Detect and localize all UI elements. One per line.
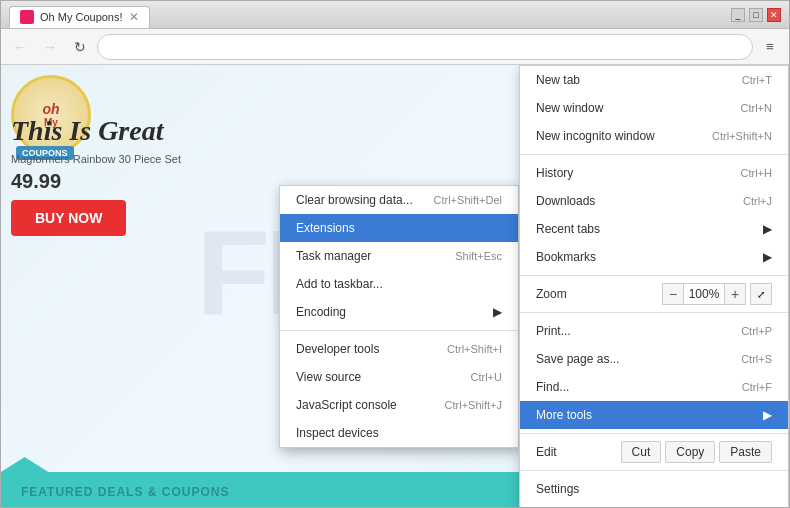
zoom-out-button[interactable]: − xyxy=(662,283,684,305)
page-content: FISLER oh My COUPONS This Is Great Magfo… xyxy=(1,65,789,507)
chrome-main-menu: New tab Ctrl+T New window Ctrl+N New inc… xyxy=(519,65,789,507)
menu-save-page[interactable]: Save page as... Ctrl+S xyxy=(520,345,788,373)
menu-sep-4 xyxy=(520,433,788,434)
chrome-menu-button[interactable]: ≡ xyxy=(757,34,783,60)
menu-sep-3 xyxy=(520,312,788,313)
menu-find[interactable]: Find... Ctrl+F xyxy=(520,373,788,401)
maximize-button[interactable]: □ xyxy=(749,8,763,22)
submenu-item-add-taskbar[interactable]: Add to taskbar... xyxy=(280,270,518,298)
menu-bookmarks[interactable]: Bookmarks ▶ xyxy=(520,243,788,271)
menu-edit-row: Edit Cut Copy Paste xyxy=(520,438,788,466)
submenu-item-js-console[interactable]: JavaScript console Ctrl+Shift+J xyxy=(280,391,518,419)
tab-title: Oh My Coupons! xyxy=(40,11,123,23)
menu-recent-tabs[interactable]: Recent tabs ▶ xyxy=(520,215,788,243)
tab-favicon xyxy=(20,10,34,24)
menu-history[interactable]: History Ctrl+H xyxy=(520,159,788,187)
product-price: 49.99 xyxy=(11,170,61,193)
submenu-item-extensions[interactable]: Extensions xyxy=(280,214,518,242)
main-headline: This Is Great xyxy=(11,115,163,147)
menu-zoom-row: Zoom − 100% + ⤢ xyxy=(520,280,788,308)
submenu-item-task-manager[interactable]: Task manager Shift+Esc xyxy=(280,242,518,270)
forward-button[interactable]: → xyxy=(37,34,63,60)
menu-downloads[interactable]: Downloads Ctrl+J xyxy=(520,187,788,215)
browser-window: Oh My Coupons! ✕ _ □ ✕ ← → ↻ ≡ FISLER o xyxy=(0,0,790,508)
buy-now-button[interactable]: BUY NOW xyxy=(11,200,126,236)
submenu-item-clear[interactable]: Clear browsing data... Ctrl+Shift+Del xyxy=(280,186,518,214)
menu-sep-2 xyxy=(520,275,788,276)
submenu-item-view-source[interactable]: View source Ctrl+U xyxy=(280,363,518,391)
nav-bar: ← → ↻ ≡ xyxy=(1,29,789,65)
menu-new-tab[interactable]: New tab Ctrl+T xyxy=(520,66,788,94)
title-bar: Oh My Coupons! ✕ _ □ ✕ xyxy=(1,1,789,29)
tab-bar: Oh My Coupons! ✕ xyxy=(9,2,723,28)
reload-button[interactable]: ↻ xyxy=(67,34,93,60)
back-button[interactable]: ← xyxy=(7,34,33,60)
menu-about[interactable]: About Google Chrome xyxy=(520,503,788,507)
product-subtitle: Magformers Rainbow 30 Piece Set xyxy=(11,153,181,165)
submenu-item-devtools[interactable]: Developer tools Ctrl+Shift+I xyxy=(280,335,518,363)
menu-sep-5 xyxy=(520,470,788,471)
zoom-value: 100% xyxy=(684,283,724,305)
paste-button[interactable]: Paste xyxy=(719,441,772,463)
window-controls: _ □ ✕ xyxy=(731,8,781,22)
menu-print[interactable]: Print... Ctrl+P xyxy=(520,317,788,345)
tab-close-button[interactable]: ✕ xyxy=(129,10,139,24)
menu-sep-1 xyxy=(520,154,788,155)
more-tools-submenu: Clear browsing data... Ctrl+Shift+Del Ex… xyxy=(279,185,519,448)
featured-deals-text: FEATURED DEALS & COUPONS xyxy=(21,485,229,499)
minimize-button[interactable]: _ xyxy=(731,8,745,22)
menu-more-tools[interactable]: More tools ▶ xyxy=(520,401,788,429)
submenu-item-inspect[interactable]: Inspect devices xyxy=(280,419,518,447)
zoom-fullscreen-icon[interactable]: ⤢ xyxy=(750,283,772,305)
submenu-item-encoding[interactable]: Encoding ▶ xyxy=(280,298,518,326)
menu-settings[interactable]: Settings xyxy=(520,475,788,503)
submenu-separator-1 xyxy=(280,330,518,331)
copy-button[interactable]: Copy xyxy=(665,441,715,463)
menu-new-incognito[interactable]: New incognito window Ctrl+Shift+N xyxy=(520,122,788,150)
address-bar[interactable] xyxy=(97,34,753,60)
cut-button[interactable]: Cut xyxy=(621,441,662,463)
zoom-in-button[interactable]: + xyxy=(724,283,746,305)
browser-tab[interactable]: Oh My Coupons! ✕ xyxy=(9,6,150,28)
close-button[interactable]: ✕ xyxy=(767,8,781,22)
menu-new-window[interactable]: New window Ctrl+N xyxy=(520,94,788,122)
